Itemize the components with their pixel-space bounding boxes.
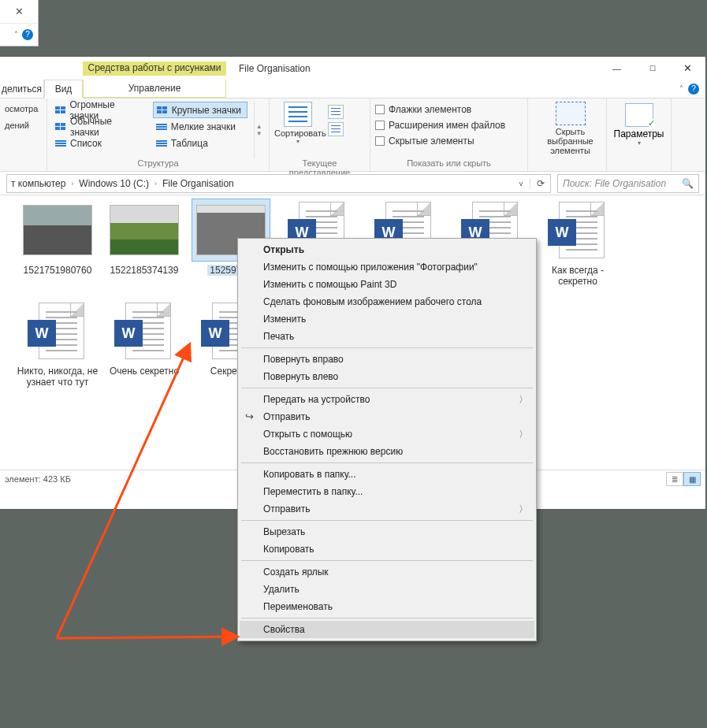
ribbon-group-options: Параметры ▾ — [607, 98, 672, 171]
layout-list[interactable]: Список — [52, 135, 147, 151]
hide-selected-button[interactable]: Скрыть выбранные элементы — [540, 102, 601, 155]
list-icon — [156, 140, 167, 147]
status-text: элемент: 423 КБ — [5, 474, 71, 484]
checkbox-item-flags[interactable]: Флажки элементов — [375, 102, 505, 117]
menu-item[interactable]: Открыть с помощью〉 — [240, 425, 534, 443]
menu-item[interactable]: Вырезать — [240, 523, 534, 540]
layout-details[interactable]: Таблица — [153, 135, 247, 151]
menu-item[interactable]: Переместить в папку... — [240, 483, 534, 500]
file-label: 1522185374139 — [109, 265, 180, 276]
crumb-folder[interactable]: File Organisation — [158, 175, 238, 192]
file-label: Как всегда - секретно — [534, 265, 621, 287]
menu-item-label: Отправить — [263, 411, 311, 422]
ribbon: осмотра дений Огромные значки Обычные зн… — [0, 98, 705, 172]
file-item[interactable]: 1521751980760 — [14, 199, 101, 287]
crumb-this-pc[interactable]: т компьютер — [7, 175, 69, 192]
ribbon-group-hide-selected: Скрыть выбранные элементы — [528, 98, 607, 171]
menu-item[interactable]: Передать на устройство〉 — [240, 391, 534, 408]
chevron-up-icon[interactable]: ˄ — [14, 30, 18, 39]
view-mode-details-button[interactable]: ≣ — [666, 472, 683, 486]
menu-item-label: Отправить — [263, 503, 311, 514]
menu-item-label: Повернуть вправо — [263, 354, 344, 365]
ribbon-tabs: делиться Вид Управление ˄ ? — [0, 80, 705, 98]
context-menu[interactable]: ОткрытьИзменить с помощью приложения "Фо… — [237, 238, 537, 641]
contextual-tab-label: Средства работы с рисунками — [83, 61, 226, 76]
menu-item[interactable]: Открыть — [240, 241, 534, 258]
menu-item[interactable]: Свойства — [240, 621, 534, 638]
menu-item[interactable]: Изменить с помощью приложения "Фотографи… — [240, 258, 534, 276]
menu-item[interactable]: Создать ярлык — [240, 563, 534, 581]
window-titlebar: Средства работы с рисунками File Organis… — [0, 57, 705, 80]
submenu-arrow-icon: 〉 — [519, 503, 528, 516]
maximize-button[interactable]: ☐ — [634, 57, 670, 80]
menu-separator — [241, 560, 533, 561]
ribbon-group-label: Текущее представление — [274, 158, 365, 170]
file-item[interactable]: WНикто, никогда, не узнает что тут — [14, 299, 101, 388]
menu-item[interactable]: Изменить с помощью Paint 3D — [240, 276, 534, 293]
size-columns-icon[interactable] — [328, 122, 344, 136]
file-label: Очень секретно — [108, 366, 180, 377]
menu-item[interactable]: Восстановить прежнюю версию — [240, 443, 534, 460]
menu-separator — [241, 462, 533, 463]
tab-manage[interactable]: Управление — [83, 80, 226, 98]
menu-item-label: Удалить — [263, 584, 300, 595]
layout-large-icons[interactable]: Крупные значки — [153, 102, 247, 118]
refresh-icon[interactable]: ⟳ — [530, 178, 550, 189]
menu-item-label: Свойства — [263, 624, 305, 635]
minimize-button[interactable]: — — [599, 57, 634, 80]
image-thumbnail — [18, 199, 97, 262]
ribbon-group-layout: Огромные значки Обычные значки Список Кр… — [47, 98, 270, 171]
layout-more-scroller[interactable]: ▲▼ — [254, 102, 264, 158]
menu-item[interactable]: Повернуть влево — [240, 368, 534, 385]
menu-separator — [241, 618, 533, 618]
sort-button[interactable]: Сортировать ▾ — [274, 102, 322, 158]
ribbon-frag-label: дений — [5, 118, 42, 133]
submenu-arrow-icon: 〉 — [519, 393, 528, 407]
menu-item[interactable]: Копировать — [240, 540, 534, 558]
checkbox-icon — [375, 121, 385, 130]
menu-item[interactable]: Отправить〉 — [240, 500, 534, 518]
icons-grid-icon — [55, 123, 66, 131]
search-input[interactable]: Поиск: File Organisation 🔍 — [557, 174, 699, 193]
chevron-right-icon[interactable]: › — [69, 180, 75, 188]
file-item[interactable]: 1522185374139 — [101, 199, 188, 287]
ribbon-collapse-icon[interactable]: ˄ — [679, 84, 683, 93]
search-placeholder: Поиск: File Organisation — [563, 178, 682, 189]
checkbox-file-extensions[interactable]: Расширения имен файлов — [375, 117, 505, 133]
menu-item[interactable]: Переименовать — [240, 598, 534, 615]
checkbox-hidden-items[interactable]: Скрытые элементы — [375, 133, 505, 149]
icons-grid-icon — [55, 106, 65, 114]
menu-item[interactable]: ↪Отправить — [240, 408, 534, 425]
file-item[interactable]: WКак всегда - секретно — [534, 199, 621, 287]
tab-view[interactable]: Вид — [44, 80, 83, 98]
close-icon[interactable]: ✕ — [0, 0, 38, 23]
menu-item[interactable]: Повернуть вправо — [240, 351, 534, 368]
close-button[interactable]: ✕ — [670, 57, 705, 80]
menu-item-label: Печать — [263, 331, 294, 342]
history-dropdown-icon[interactable]: v — [512, 180, 530, 188]
menu-item[interactable]: Удалить — [240, 581, 534, 598]
help-icon[interactable]: ? — [22, 29, 33, 40]
menu-item[interactable]: Изменить — [240, 310, 534, 328]
breadcrumb-bar[interactable]: т компьютер › Windows 10 (C:) › File Org… — [6, 174, 551, 193]
options-button[interactable]: Параметры ▾ — [614, 102, 664, 158]
menu-item[interactable]: Сделать фоновым изображением рабочего ст… — [240, 293, 534, 310]
view-mode-icons-button[interactable]: ▦ — [683, 472, 701, 486]
add-columns-icon[interactable] — [328, 105, 344, 119]
list-icon — [156, 124, 167, 130]
menu-item-label: Вырезать — [263, 526, 305, 537]
crumb-drive-c[interactable]: Windows 10 (C:) — [75, 175, 153, 192]
menu-item[interactable]: Печать — [240, 328, 534, 345]
checkbox-icon — [375, 105, 385, 114]
chevron-right-icon[interactable]: › — [153, 180, 158, 188]
layout-medium-icons[interactable]: Обычные значки — [52, 118, 147, 135]
window-title: File Organisation — [239, 63, 311, 74]
help-icon[interactable]: ? — [688, 84, 699, 95]
menu-item-label: Копировать — [263, 544, 314, 555]
tab-share-fragment[interactable]: делиться — [0, 80, 44, 98]
icons-grid-icon — [157, 106, 168, 114]
file-item[interactable]: WОчень секретно — [101, 299, 188, 388]
menu-item[interactable]: Копировать в папку... — [240, 466, 534, 483]
layout-small-icons[interactable]: Мелкие значки — [153, 118, 247, 135]
image-thumbnail — [105, 199, 184, 262]
